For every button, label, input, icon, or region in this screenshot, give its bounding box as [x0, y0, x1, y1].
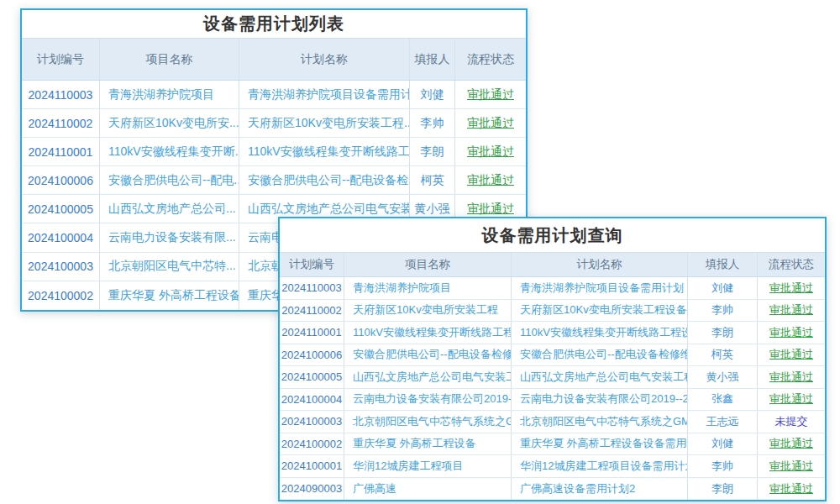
column-header-plan-id: 计划编号: [22, 39, 100, 80]
page-title: 设备需用计划查询: [280, 218, 825, 252]
table-row: 2024110002天府新区10Kv变电所安装工程天府新区10Kv变电所安装工程…: [280, 300, 825, 323]
project-name-cell: 重庆华夏 外高桥工程设备: [100, 281, 239, 310]
project-name-cell: 天府新区10Kv变电所安装工程: [344, 300, 512, 322]
reporter-cell: 柯英: [410, 166, 455, 194]
plan-name-cell: 青海洪湖养护院项目设备需用计划: [239, 81, 410, 108]
status-cell[interactable]: 审批通过: [758, 433, 825, 455]
table-header: 计划编号 项目名称 计划名称 填报人 流程状态: [22, 38, 526, 81]
project-name-cell: 青海洪湖养护院项目: [100, 81, 239, 108]
project-name-cell: 华润12城房建工程项目: [344, 455, 512, 477]
project-name-cell: 云南电力设备安装有限公司2019--20: [344, 389, 512, 411]
reporter-cell: 李帅: [410, 109, 455, 137]
plan-id-link[interactable]: 2024100006: [280, 344, 344, 366]
column-header-plan-name: 计划名称: [239, 39, 410, 80]
reporter-cell: 柯英: [688, 344, 758, 366]
status-cell[interactable]: 审批通过: [758, 478, 825, 501]
plan-id-link[interactable]: 2024100004: [22, 223, 100, 251]
status-cell[interactable]: 审批通过: [758, 455, 825, 477]
reporter-cell: 李帅: [688, 455, 758, 477]
plan-id-link[interactable]: 2024110002: [22, 109, 100, 137]
plan-id-link[interactable]: 2024100003: [280, 411, 344, 433]
reporter-cell: 黄小强: [688, 366, 758, 388]
status-cell: 未提交: [758, 411, 825, 433]
plan-name-cell: 北京朝阳区电气中芯特气系统之GMS系: [512, 411, 688, 433]
status-cell[interactable]: 审批通过: [455, 109, 526, 137]
plan-name-cell: 华润12城房建工程项目设备需用计划2: [512, 455, 688, 477]
plan-name-cell: 山西弘文房地产总公司电气安装工程设备: [512, 366, 688, 388]
table-row: 2024100001华润12城房建工程项目华润12城房建工程项目设备需用计划2李…: [280, 455, 825, 478]
status-cell[interactable]: 审批通过: [758, 300, 825, 322]
plan-name-cell: 安徽合肥供电公司--配电设备检修维护设: [512, 344, 688, 366]
status-cell[interactable]: 审批通过: [758, 277, 825, 299]
plan-name-cell: 青海洪湖养护院项目设备需用计划: [512, 277, 688, 299]
project-name-cell: 天府新区10Kv变电所安...: [100, 109, 239, 137]
project-name-cell: 安徽合肥供电公司--配电设备检修维护: [344, 344, 512, 366]
project-name-cell: 北京朝阳区电气中芯特气系统之GM: [344, 411, 512, 433]
plan-id-link[interactable]: 2024100003: [22, 253, 100, 281]
status-cell[interactable]: 审批通过: [758, 389, 825, 411]
plan-id-link[interactable]: 2024090003: [280, 478, 344, 501]
plan-id-link[interactable]: 2024110001: [280, 322, 344, 344]
project-name-cell: 广佛高速: [344, 478, 512, 501]
status-cell[interactable]: 审批通过: [455, 166, 526, 194]
plan-query-panel: 设备需用计划查询 计划编号 项目名称 计划名称 填报人 流程状态 2024110…: [278, 217, 827, 501]
plan-id-link[interactable]: 2024110003: [280, 277, 344, 299]
column-header-status: 流程状态: [455, 39, 526, 80]
column-header-reporter: 填报人: [688, 253, 758, 276]
reporter-cell: 李朗: [410, 138, 455, 165]
table-row: 2024110001110kV安徽线程集变开断...110kV安徽线程集变开断线…: [22, 138, 526, 166]
status-cell[interactable]: 审批通过: [758, 366, 825, 388]
reporter-cell: 李帅: [688, 300, 758, 322]
status-cell[interactable]: 审批通过: [455, 138, 526, 165]
project-name-cell: 北京朝阳区电气中芯特...: [100, 253, 239, 281]
plan-name-cell: 广佛高速设备需用计划2: [512, 478, 688, 501]
reporter-cell: 张鑫: [688, 389, 758, 411]
table-row: 2024100002重庆华夏 外高桥工程设备重庆华夏 外高桥工程设备设备需用计划…: [280, 433, 825, 456]
plan-id-link[interactable]: 2024110002: [280, 300, 344, 322]
column-header-plan-name: 计划名称: [512, 253, 688, 276]
plan-id-link[interactable]: 2024100005: [280, 366, 344, 388]
reporter-cell: 李朗: [688, 322, 758, 344]
table-row: 2024110003青海洪湖养护院项目青海洪湖养护院项目设备需用计划刘健审批通过: [280, 277, 825, 300]
project-name-cell: 云南电力设备安装有限...: [100, 223, 239, 251]
status-cell[interactable]: 审批通过: [758, 344, 825, 366]
reporter-cell: 刘健: [410, 81, 455, 108]
plan-id-link[interactable]: 2024110003: [22, 81, 100, 108]
page-title: 设备需用计划列表: [22, 10, 526, 38]
plan-id-link[interactable]: 2024100005: [22, 195, 100, 223]
plan-name-cell: 110kV安徽线程集变开断线路工程设备需: [512, 322, 688, 344]
status-cell[interactable]: 审批通过: [455, 81, 526, 108]
table-row: 2024100004云南电力设备安装有限公司2019--20云南电力设备安装有限…: [280, 389, 825, 412]
plan-id-link[interactable]: 2024110001: [22, 138, 100, 165]
plan-id-link[interactable]: 2024100004: [280, 389, 344, 411]
table-header: 计划编号 项目名称 计划名称 填报人 流程状态: [280, 252, 825, 277]
table-row: 2024100003北京朝阳区电气中芯特气系统之GM北京朝阳区电气中芯特气系统之…: [280, 411, 825, 433]
table-body: 2024110003青海洪湖养护院项目青海洪湖养护院项目设备需用计划刘健审批通过…: [280, 277, 825, 500]
project-name-cell: 山西弘文房地产总公司电气安装工程: [344, 366, 512, 388]
plan-name-cell: 天府新区10Kv变电所安装工程设备需用: [512, 300, 688, 322]
column-header-reporter: 填报人: [410, 39, 455, 80]
project-name-cell: 青海洪湖养护院项目: [344, 277, 512, 299]
table-row: 2024090003广佛高速广佛高速设备需用计划2李朗审批通过: [280, 478, 825, 501]
table-row: 2024110003青海洪湖养护院项目青海洪湖养护院项目设备需用计划刘健审批通过: [22, 81, 526, 109]
plan-id-link[interactable]: 2024100002: [22, 281, 100, 310]
table-row: 2024100005山西弘文房地产总公司电气安装工程山西弘文房地产总公司电气安装…: [280, 366, 825, 389]
table-row: 2024100006安徽合肥供电公司--配电设备检修维护安徽合肥供电公司--配电…: [280, 344, 825, 367]
plan-name-cell: 重庆华夏 外高桥工程设备设备需用计划: [512, 433, 688, 455]
plan-id-link[interactable]: 2024100006: [22, 166, 100, 194]
column-header-plan-id: 计划编号: [280, 253, 344, 276]
column-header-project-name: 项目名称: [344, 253, 512, 276]
plan-id-link[interactable]: 2024100001: [280, 455, 344, 477]
project-name-cell: 重庆华夏 外高桥工程设备: [344, 433, 512, 455]
project-name-cell: 安徽合肥供电公司--配电...: [100, 166, 239, 194]
table-row: 2024110002天府新区10Kv变电所安...天府新区10Kv变电所安装工程…: [22, 109, 526, 138]
reporter-cell: 王志远: [688, 411, 758, 433]
status-cell[interactable]: 审批通过: [758, 322, 825, 344]
table-row: 2024100006安徽合肥供电公司--配电...安徽合肥供电公司--配电设备检…: [22, 166, 526, 195]
plan-id-link[interactable]: 2024100002: [280, 433, 344, 455]
plan-name-cell: 110kV安徽线程集变开断线路工...: [239, 138, 410, 165]
reporter-cell: 李朗: [688, 478, 758, 501]
plan-name-cell: 天府新区10Kv变电所安装工程...: [239, 109, 410, 137]
reporter-cell: 刘健: [688, 277, 758, 299]
plan-name-cell: 安徽合肥供电公司--配电设备检...: [239, 166, 410, 194]
